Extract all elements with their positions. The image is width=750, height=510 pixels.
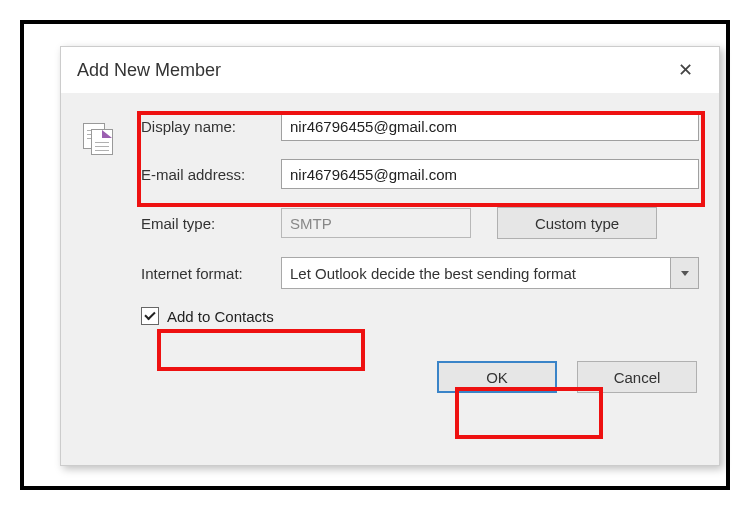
internet-format-label: Internet format:: [141, 265, 281, 282]
ok-button[interactable]: OK: [437, 361, 557, 393]
titlebar: Add New Member ✕: [61, 47, 719, 93]
internet-format-select[interactable]: Let Outlook decide the best sending form…: [281, 257, 671, 289]
dialog-button-row: OK Cancel: [81, 361, 699, 393]
checkmark-icon: [144, 309, 155, 320]
add-new-member-dialog: Add New Member ✕: [60, 46, 720, 466]
internet-format-row: Internet format: Let Outlook decide the …: [141, 257, 699, 289]
internet-format-dropdown-button[interactable]: [671, 257, 699, 289]
email-address-input[interactable]: [281, 159, 699, 189]
display-name-row: Display name:: [141, 111, 699, 141]
close-icon[interactable]: ✕: [668, 53, 703, 87]
screenshot-frame: Add New Member ✕: [20, 20, 730, 490]
email-type-field: [281, 208, 471, 238]
display-name-input[interactable]: [281, 111, 699, 141]
email-address-label: E-mail address:: [141, 166, 281, 183]
email-address-row: E-mail address:: [141, 159, 699, 189]
cancel-button[interactable]: Cancel: [577, 361, 697, 393]
chevron-down-icon: [681, 271, 689, 276]
add-to-contacts-checkbox[interactable]: [141, 307, 159, 325]
custom-type-button[interactable]: Custom type: [497, 207, 657, 239]
add-to-contacts-row: Add to Contacts: [141, 307, 699, 325]
display-name-label: Display name:: [141, 118, 281, 135]
email-type-label: Email type:: [141, 215, 281, 232]
internet-format-value: Let Outlook decide the best sending form…: [290, 265, 576, 282]
dialog-body: Display name: E-mail address: Email type…: [61, 93, 719, 405]
add-to-contacts-label: Add to Contacts: [167, 308, 274, 325]
email-type-row: Email type: Custom type: [141, 207, 699, 239]
dialog-title: Add New Member: [77, 60, 221, 81]
contact-card-icon: [83, 123, 119, 159]
